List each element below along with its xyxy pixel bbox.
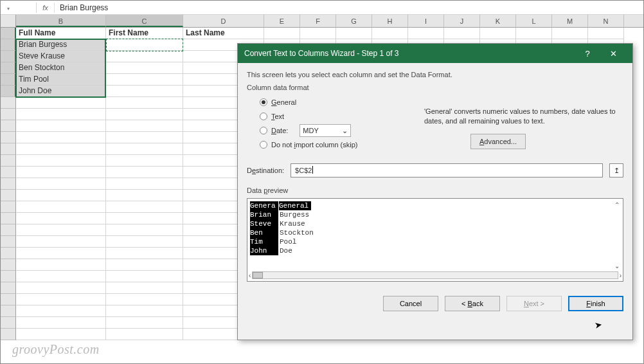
chevron-down-icon[interactable]: ⌄ — [614, 262, 620, 269]
col-header-G[interactable]: G — [336, 15, 372, 27]
cell-C23[interactable] — [106, 282, 183, 294]
cell-B23[interactable] — [16, 282, 106, 294]
cell-B11[interactable] — [16, 143, 106, 155]
col-header-B[interactable]: B — [16, 15, 106, 27]
row-header-6[interactable] — [1, 86, 16, 97]
cell-B21[interactable] — [16, 259, 106, 271]
cell-L1[interactable] — [516, 28, 552, 39]
cell-C12[interactable] — [106, 155, 183, 167]
fx-icon[interactable]: fx — [37, 3, 55, 13]
cell-B16[interactable] — [16, 201, 106, 213]
cell-C9[interactable] — [106, 120, 183, 132]
cell-C6[interactable] — [106, 86, 183, 97]
advanced-button[interactable]: Advanced... — [470, 134, 526, 149]
row-header-11[interactable] — [1, 143, 16, 155]
cell-B17[interactable] — [16, 213, 106, 224]
cell-B4[interactable]: Ben Stockton — [16, 62, 106, 74]
select-all-corner[interactable] — [1, 15, 16, 27]
row-header-4[interactable] — [1, 62, 16, 74]
cell-B15[interactable] — [16, 190, 106, 201]
radio-general[interactable] — [260, 98, 267, 106]
cell-B25[interactable] — [16, 305, 106, 317]
scroll-track[interactable] — [252, 271, 618, 279]
cell-N1[interactable] — [588, 28, 624, 39]
row-header-8[interactable] — [1, 109, 16, 120]
cell-C19[interactable] — [106, 236, 183, 248]
cell-B12[interactable] — [16, 155, 106, 167]
radio-date-label[interactable]: Date: — [271, 127, 288, 134]
cell-E1[interactable] — [264, 28, 300, 39]
row-header-5[interactable] — [1, 74, 16, 86]
row-header-9[interactable] — [1, 120, 16, 132]
cell-C10[interactable] — [106, 132, 183, 143]
chevron-down-icon[interactable]: ▾ — [4, 6, 12, 12]
cell-C5[interactable] — [106, 74, 183, 86]
chevron-up-icon[interactable]: ⌃ — [614, 201, 620, 208]
radio-text[interactable] — [260, 113, 267, 120]
col-header-D[interactable]: D — [183, 15, 264, 27]
cell-C17[interactable] — [106, 213, 183, 224]
cell-G1[interactable] — [336, 28, 372, 39]
cell-C14[interactable] — [106, 178, 183, 190]
back-button[interactable]: < Back — [445, 296, 500, 311]
col-header-I[interactable]: I — [408, 15, 444, 27]
col-header-F[interactable]: F — [300, 15, 336, 27]
name-box[interactable]: ▾ — [1, 3, 37, 13]
col-header-K[interactable]: K — [480, 15, 516, 27]
row-header-19[interactable] — [1, 236, 16, 248]
cell-D1[interactable]: Last Name — [183, 28, 264, 39]
cell-C18[interactable] — [106, 224, 183, 236]
row-header-2[interactable] — [1, 39, 16, 51]
date-format-select[interactable]: MDY⌄ — [300, 124, 351, 137]
row-header-17[interactable] — [1, 213, 16, 224]
cell-C2[interactable] — [106, 39, 183, 51]
row-header-14[interactable] — [1, 178, 16, 190]
radio-date[interactable] — [260, 127, 267, 134]
finish-button[interactable]: Finish — [568, 296, 623, 311]
cell-C1[interactable]: First Name — [106, 28, 183, 39]
row-header-15[interactable] — [1, 190, 16, 201]
cell-J1[interactable] — [444, 28, 480, 39]
cancel-button[interactable]: Cancel — [383, 296, 438, 311]
help-button[interactable]: ? — [575, 44, 600, 63]
chevron-left-icon[interactable]: ‹ — [249, 272, 251, 279]
cell-C3[interactable] — [106, 51, 183, 62]
cell-B1[interactable]: Full Name — [16, 28, 106, 39]
radio-skip-label[interactable]: Do not import column (skip) — [271, 141, 358, 149]
col-header-N[interactable]: N — [588, 15, 624, 27]
cell-C24[interactable] — [106, 294, 183, 305]
cell-K1[interactable] — [480, 28, 516, 39]
cell-M1[interactable] — [552, 28, 588, 39]
col-header-C[interactable]: C — [106, 15, 183, 27]
row-header-7[interactable] — [1, 97, 16, 109]
cell-C21[interactable] — [106, 259, 183, 271]
radio-text-label[interactable]: Text — [271, 113, 284, 120]
dialog-titlebar[interactable]: Convert Text to Columns Wizard - Step 1 … — [238, 44, 632, 63]
col-header-M[interactable]: M — [552, 15, 588, 27]
close-icon[interactable]: ✕ — [600, 44, 626, 63]
row-header-1[interactable] — [1, 28, 16, 39]
range-picker-icon[interactable]: ↥ — [609, 163, 623, 177]
row-header-21[interactable] — [1, 259, 16, 271]
cell-B14[interactable] — [16, 178, 106, 190]
cell-B20[interactable] — [16, 248, 106, 259]
col-header-L[interactable]: L — [516, 15, 552, 27]
cell-B18[interactable] — [16, 224, 106, 236]
cell-C26[interactable] — [106, 317, 183, 329]
row-header-16[interactable] — [1, 201, 16, 213]
row-header-25[interactable] — [1, 305, 16, 317]
cell-B27[interactable] — [16, 329, 106, 340]
cell-C8[interactable] — [106, 109, 183, 120]
row-header-27[interactable] — [1, 329, 16, 340]
scroll-thumb[interactable] — [253, 272, 263, 278]
row-header-18[interactable] — [1, 224, 16, 236]
col-header-H[interactable]: H — [372, 15, 408, 27]
cell-F1[interactable] — [300, 28, 336, 39]
preview-vscroll[interactable]: ⌃⌄ — [613, 201, 622, 269]
radio-skip[interactable] — [260, 141, 267, 149]
radio-general-label[interactable]: General — [271, 98, 296, 106]
row-header-26[interactable] — [1, 317, 16, 329]
col-header-J[interactable]: J — [444, 15, 480, 27]
cell-I1[interactable] — [408, 28, 444, 39]
cell-B13[interactable] — [16, 167, 106, 178]
